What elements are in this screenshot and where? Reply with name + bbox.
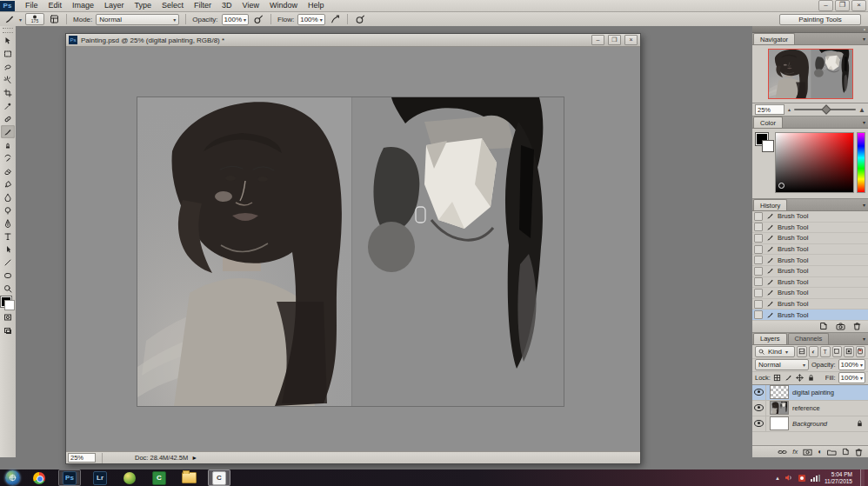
app-restore-button[interactable]: ❐ bbox=[835, 0, 850, 11]
history-entry[interactable]: Brush Tool bbox=[752, 299, 868, 310]
eraser-tool[interactable] bbox=[1, 164, 15, 177]
taskbar-explorer[interactable] bbox=[178, 470, 199, 485]
tab-color[interactable]: Color bbox=[753, 117, 783, 128]
zoom-in-mountain-icon[interactable]: ▲ bbox=[858, 106, 865, 114]
blend-mode-dropdown[interactable]: Normal▾ bbox=[755, 359, 809, 370]
history-panel-menu-icon[interactable]: ▾ bbox=[863, 202, 865, 208]
menu-window[interactable]: Window bbox=[264, 0, 303, 11]
history-source-well[interactable] bbox=[754, 245, 763, 254]
history-source-well[interactable] bbox=[754, 267, 763, 276]
layer-visibility-toggle[interactable] bbox=[752, 401, 766, 416]
history-source-well[interactable] bbox=[754, 300, 763, 309]
menu-3d[interactable]: 3D bbox=[217, 0, 237, 11]
line-tool[interactable] bbox=[1, 256, 15, 269]
recording-badge-icon[interactable] bbox=[798, 474, 806, 483]
menu-file[interactable]: File bbox=[20, 0, 43, 11]
doc-close-button[interactable]: × bbox=[624, 35, 638, 45]
menu-layer[interactable]: Layer bbox=[99, 0, 130, 11]
color-panel-menu-icon[interactable]: ▾ bbox=[863, 119, 865, 125]
layer-visibility-toggle[interactable] bbox=[752, 416, 766, 431]
delete-state-trash-icon[interactable] bbox=[853, 322, 861, 330]
menu-view[interactable]: View bbox=[237, 0, 264, 11]
menu-edit[interactable]: Edit bbox=[43, 0, 68, 11]
layer-thumbnail[interactable] bbox=[770, 401, 789, 415]
airbrush-icon[interactable] bbox=[329, 14, 341, 24]
blur-tool[interactable] bbox=[1, 190, 15, 203]
tab-channels[interactable]: Channels bbox=[788, 333, 830, 344]
status-zoom-input[interactable]: 25% bbox=[68, 453, 96, 463]
layer-name[interactable]: Background bbox=[792, 420, 856, 428]
taskbar-chrome[interactable] bbox=[29, 470, 50, 485]
doc-restore-button[interactable]: ❐ bbox=[608, 35, 621, 45]
navigator-zoom-input[interactable]: 25% bbox=[755, 104, 785, 115]
new-document-from-state-icon[interactable] bbox=[819, 322, 828, 330]
workspace-switcher[interactable]: Painting Tools bbox=[779, 14, 861, 25]
layer-row-digital-painting[interactable]: digital painting bbox=[752, 385, 868, 401]
collapse-panels-strip[interactable]: ▪ bbox=[752, 26, 868, 33]
taskbar-camtasia[interactable]: C bbox=[149, 470, 170, 485]
lock-pixels-icon[interactable] bbox=[785, 374, 793, 383]
marquee-tool[interactable] bbox=[1, 47, 15, 60]
crop-tool[interactable] bbox=[1, 86, 15, 99]
layer-filter-kind-dropdown[interactable]: Kind▾ bbox=[755, 346, 795, 357]
layer-name[interactable]: reference bbox=[792, 404, 868, 412]
tab-layers[interactable]: Layers bbox=[753, 333, 787, 344]
zoom-out-mountain-icon[interactable]: ▲ bbox=[787, 107, 791, 112]
filter-toggle-switch[interactable] bbox=[856, 346, 866, 357]
color-field-marker[interactable] bbox=[778, 183, 785, 189]
dodge-tool[interactable] bbox=[1, 203, 15, 216]
mode-dropdown[interactable]: Normal▾ bbox=[96, 14, 179, 25]
toolbar-grip[interactable] bbox=[3, 28, 13, 33]
color-swatches[interactable] bbox=[1, 296, 15, 310]
new-snapshot-camera-icon[interactable] bbox=[836, 323, 845, 330]
history-source-well[interactable] bbox=[754, 256, 763, 264]
tab-history[interactable]: History bbox=[753, 199, 787, 210]
new-group-folder-icon[interactable] bbox=[827, 449, 837, 456]
history-source-well[interactable] bbox=[754, 277, 763, 286]
navigator-panel-menu-icon[interactable]: ▾ bbox=[863, 36, 865, 42]
navigator-zoom-slider[interactable] bbox=[794, 109, 856, 110]
brush-size-picker[interactable]: 175 bbox=[25, 13, 44, 25]
color-saturation-field[interactable] bbox=[775, 132, 854, 193]
magic-wand-tool[interactable] bbox=[1, 73, 15, 86]
add-layer-mask-icon[interactable] bbox=[803, 449, 812, 456]
pen-tool[interactable] bbox=[1, 216, 15, 230]
lock-all-icon[interactable] bbox=[807, 374, 816, 383]
brush-preset-arrow[interactable]: ▾ bbox=[19, 17, 22, 23]
filter-type-layers-icon[interactable]: T bbox=[820, 346, 831, 357]
delete-layer-trash-icon[interactable] bbox=[855, 448, 863, 456]
history-source-well[interactable] bbox=[754, 212, 763, 221]
history-entry-selected[interactable]: Brush Tool bbox=[752, 310, 868, 321]
filter-shape-layers-icon[interactable] bbox=[832, 346, 843, 357]
lock-transparency-icon[interactable] bbox=[773, 374, 782, 383]
history-entry[interactable]: Brush Tool bbox=[752, 233, 868, 244]
history-entry[interactable]: Brush Tool bbox=[752, 244, 868, 256]
gradient-tool[interactable] bbox=[1, 177, 15, 190]
history-brush-tool[interactable] bbox=[1, 151, 15, 164]
doc-minimize-button[interactable]: – bbox=[591, 35, 604, 45]
navigator-view-box[interactable] bbox=[768, 49, 853, 99]
lock-position-icon[interactable] bbox=[796, 374, 805, 383]
taskbar-clock[interactable]: 5:04 PM 11/27/2015 bbox=[825, 471, 856, 484]
eyedropper-tool[interactable] bbox=[1, 99, 15, 112]
layers-fill-input[interactable]: 100%▾ bbox=[838, 372, 865, 383]
color-hue-strip[interactable] bbox=[857, 132, 865, 193]
pressure-size-icon[interactable] bbox=[354, 14, 366, 24]
history-entry[interactable]: Brush Tool bbox=[752, 223, 868, 234]
zoom-tool[interactable] bbox=[1, 282, 15, 295]
menu-image[interactable]: Image bbox=[67, 0, 99, 11]
toggle-brush-panel-icon[interactable] bbox=[48, 14, 60, 24]
opacity-input[interactable]: 100%▾ bbox=[222, 14, 249, 25]
tray-hidden-icons-arrow[interactable]: ▲ bbox=[775, 476, 780, 481]
layers-panel-menu-icon[interactable]: ▾ bbox=[863, 336, 865, 342]
background-color-swatch[interactable] bbox=[4, 300, 15, 310]
menu-type[interactable]: Type bbox=[130, 0, 157, 11]
taskbar-recorder[interactable]: C bbox=[208, 469, 230, 486]
type-tool[interactable] bbox=[1, 230, 15, 243]
layer-visibility-toggle[interactable] bbox=[752, 385, 766, 400]
layer-name[interactable]: digital painting bbox=[792, 389, 868, 396]
history-entry[interactable]: Brush Tool bbox=[752, 266, 868, 277]
history-entry[interactable]: Brush Tool bbox=[752, 255, 868, 266]
history-entry[interactable]: Brush Tool bbox=[752, 211, 868, 223]
tab-navigator[interactable]: Navigator bbox=[753, 33, 795, 44]
